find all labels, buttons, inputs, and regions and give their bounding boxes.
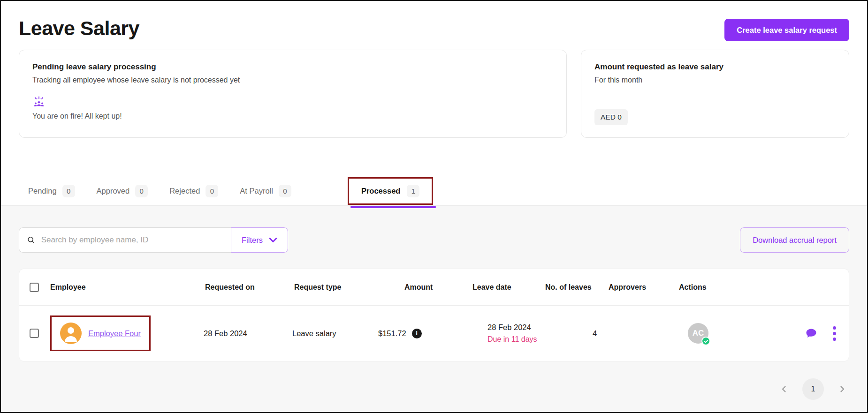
tab-at-payroll-count: 0 — [279, 185, 291, 197]
search-icon — [27, 235, 36, 245]
amount-card-subtitle: For this month — [594, 76, 836, 84]
search-input-wrap — [19, 227, 231, 253]
prev-page-icon[interactable] — [778, 383, 790, 395]
active-tab-underline — [350, 206, 436, 208]
select-all-checkbox[interactable] — [30, 283, 39, 292]
column-header-employee: Employee — [50, 283, 205, 292]
tab-at-payroll[interactable]: At Payroll 0 — [240, 185, 291, 197]
tab-approved[interactable]: Approved 0 — [97, 185, 148, 197]
tab-pending-count: 0 — [62, 185, 75, 197]
status-tabs: Pending 0 Approved 0 Rejected 0 At Payro… — [19, 176, 849, 205]
leave-salary-table: Employee Requested on Request type Amoun… — [19, 269, 849, 361]
tab-approved-count: 0 — [135, 185, 148, 197]
current-page[interactable]: 1 — [802, 378, 824, 400]
column-header-actions: Actions — [679, 283, 838, 292]
approved-check-icon — [701, 337, 710, 345]
tab-processed-count: 1 — [407, 185, 419, 197]
tab-pending[interactable]: Pending 0 — [28, 185, 75, 197]
pending-card-subtitle: Tracking all employee whose leave salary… — [32, 76, 553, 84]
kebab-menu-icon[interactable] — [831, 325, 838, 342]
amount-value: $151.72 — [378, 329, 406, 338]
table-header-row: Employee Requested on Request type Amoun… — [19, 269, 849, 306]
leave-salary-page: Leave Salary Create leave salary request… — [0, 0, 868, 413]
cell-amount: $151.72 — [378, 329, 487, 338]
cell-actions — [721, 325, 838, 342]
column-header-no-of-leaves: No. of leaves — [545, 283, 609, 292]
leave-date-value: 28 Feb 2024 — [487, 323, 593, 332]
table-row: Employee Four 28 Feb 2024 Leave salary $… — [19, 306, 849, 361]
filters-label: Filters — [242, 236, 263, 245]
annotation-highlight-processed-tab: Processed 1 — [348, 177, 433, 205]
column-header-requested-on: Requested on — [205, 283, 294, 292]
amount-requested-card: Amount requested as leave salary For thi… — [581, 50, 849, 138]
tab-rejected[interactable]: Rejected 0 — [169, 185, 218, 197]
amount-chip: AED 0 — [594, 109, 628, 125]
column-header-approvers: Approvers — [609, 283, 679, 292]
amount-card-title: Amount requested as leave salary — [594, 62, 836, 72]
cell-approvers: AC — [688, 323, 721, 344]
filters-button[interactable]: Filters — [231, 227, 288, 253]
tab-processed[interactable]: Processed 1 — [348, 177, 433, 205]
page-title: Leave Salary — [19, 15, 139, 41]
column-header-amount: Amount — [404, 283, 472, 292]
info-icon[interactable] — [412, 329, 422, 338]
row-checkbox[interactable] — [30, 329, 39, 338]
pending-card-title: Pending leave salary processing — [32, 62, 553, 72]
annotation-highlight-employee: Employee Four — [50, 315, 151, 351]
column-header-request-type: Request type — [294, 283, 404, 292]
approver-avatar[interactable]: AC — [688, 323, 708, 344]
cell-requested-on: 28 Feb 2024 — [204, 329, 292, 338]
processed-tab-panel: Filters Download accrual report Employee… — [1, 205, 867, 412]
pending-card-status-message: You are on fire! All kept up! — [32, 112, 553, 120]
cell-request-type: Leave salary — [292, 329, 378, 338]
due-label: Due in 11 days — [487, 335, 593, 344]
create-leave-salary-request-button[interactable]: Create leave salary request — [724, 19, 849, 41]
tab-rejected-count: 0 — [206, 185, 218, 197]
employee-avatar — [60, 323, 82, 344]
employee-name-link[interactable]: Employee Four — [88, 329, 141, 338]
search-input[interactable] — [40, 235, 223, 245]
download-accrual-report-button[interactable]: Download accrual report — [740, 227, 849, 253]
cell-no-of-leaves: 4 — [593, 329, 688, 338]
page-header-area: Leave Salary Create leave salary request… — [1, 1, 867, 205]
approver-initials: AC — [693, 329, 704, 338]
next-page-icon[interactable] — [836, 383, 848, 395]
celebration-people-icon — [32, 96, 553, 109]
pending-processing-card: Pending leave salary processing Tracking… — [19, 50, 567, 138]
column-header-leave-date: Leave date — [472, 283, 545, 292]
chat-icon[interactable] — [804, 327, 818, 340]
pagination: 1 — [19, 378, 849, 400]
cell-leave-date: 28 Feb 2024 Due in 11 days — [487, 323, 593, 344]
chevron-down-icon — [269, 237, 277, 243]
